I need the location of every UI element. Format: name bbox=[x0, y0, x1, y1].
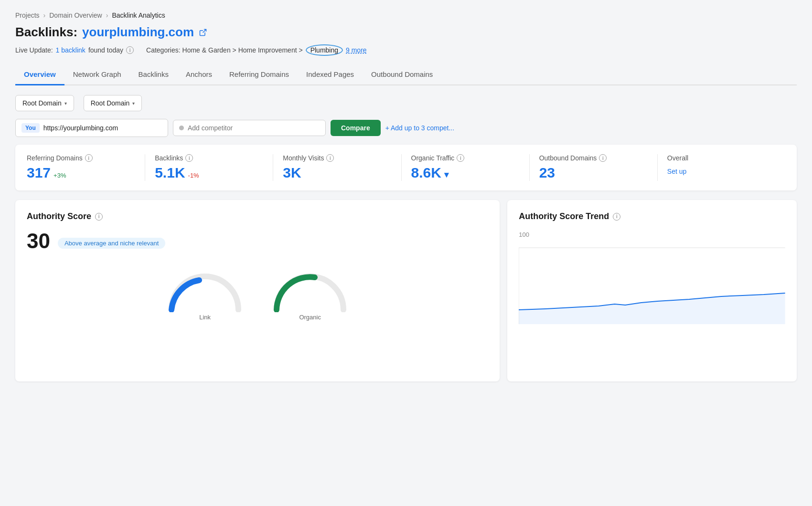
breadcrumb-domain-overview[interactable]: Domain Overview bbox=[49, 11, 102, 19]
chevron-down-icon-2: ▾ bbox=[132, 101, 135, 106]
compare-button[interactable]: Compare bbox=[331, 120, 381, 136]
organic-traffic-dropdown-icon[interactable]: ▾ bbox=[444, 169, 449, 180]
metric-overall-label: Overall bbox=[667, 154, 688, 162]
tab-network-graph[interactable]: Network Graph bbox=[64, 65, 130, 85]
domain-name: yourplumbing.com bbox=[82, 25, 194, 40]
metric-organic-traffic: Organic Traffic i 8.6K ▾ bbox=[402, 154, 530, 181]
page-title-row: Backlinks: yourplumbing.com bbox=[15, 25, 797, 40]
metric-overall: Overall Set up bbox=[658, 154, 785, 181]
more-categories-link[interactable]: 9 more bbox=[346, 46, 367, 54]
breadcrumb: Projects › Domain Overview › Backlink An… bbox=[15, 11, 797, 19]
tab-anchors[interactable]: Anchors bbox=[177, 65, 221, 85]
filter1-label: Root Domain bbox=[22, 99, 62, 107]
metric-referring-domains-label: Referring Domains bbox=[27, 154, 83, 162]
trend-chart-area bbox=[519, 243, 785, 338]
plumbing-category[interactable]: Plumbing bbox=[306, 44, 343, 56]
your-url-input-wrapper: You bbox=[15, 119, 168, 137]
trend-panel-info-icon[interactable]: i bbox=[613, 213, 620, 221]
external-link-icon[interactable] bbox=[199, 28, 207, 37]
metric-referring-domains-info[interactable]: i bbox=[85, 154, 93, 162]
metric-outbound-domains: Outbound Domains i 23 bbox=[530, 154, 658, 181]
chevron-down-icon-1: ▾ bbox=[64, 101, 67, 106]
metric-organic-traffic-info[interactable]: i bbox=[457, 154, 464, 162]
tab-outbound-domains[interactable]: Outbound Domains bbox=[363, 65, 441, 85]
metric-backlinks: Backlinks i 5.1K -1% bbox=[145, 154, 273, 181]
competitor-input-wrapper bbox=[173, 120, 326, 136]
page-container: Projects › Domain Overview › Backlink An… bbox=[0, 0, 812, 506]
svg-point-1 bbox=[312, 275, 317, 280]
trend-y-label: 100 bbox=[519, 231, 785, 238]
svg-marker-4 bbox=[519, 293, 785, 324]
metric-monthly-visits-label: Monthly Visits bbox=[283, 154, 324, 162]
gray-dot-icon bbox=[179, 126, 184, 130]
tab-backlinks[interactable]: Backlinks bbox=[130, 65, 177, 85]
authority-score-panel: Authority Score i 30 Above average and n… bbox=[15, 200, 500, 381]
you-badge: You bbox=[21, 123, 40, 133]
metric-outbound-domains-label: Outbound Domains bbox=[539, 154, 597, 162]
trend-panel-title: Authority Score Trend i bbox=[519, 211, 785, 221]
metric-monthly-visits-value: 3K bbox=[283, 165, 301, 181]
url-inputs-row: You Compare + Add up to 3 compet... bbox=[15, 119, 797, 137]
add-competitor-link[interactable]: + Add up to 3 compet... bbox=[385, 124, 454, 132]
authority-score-badge: Above average and niche relevant bbox=[58, 238, 165, 249]
live-update-count[interactable]: 1 backlink bbox=[56, 46, 85, 54]
metric-referring-domains-change: +3% bbox=[53, 172, 66, 179]
metric-referring-domains: Referring Domains i 317 +3% bbox=[27, 154, 145, 181]
authority-score-info-icon[interactable]: i bbox=[95, 213, 103, 221]
tab-overview[interactable]: Overview bbox=[15, 65, 64, 85]
gauge-link-label: Link bbox=[167, 314, 243, 321]
filter-dropdown-1[interactable]: Root Domain ▾ bbox=[15, 95, 74, 111]
metric-backlinks-value: 5.1K bbox=[155, 165, 185, 181]
filter-row: Root Domain ▾ Root Domain ▾ bbox=[15, 95, 797, 111]
breadcrumb-sep-2: › bbox=[106, 11, 108, 19]
tab-referring-domains[interactable]: Referring Domains bbox=[221, 65, 298, 85]
authority-score-trend-panel: Authority Score Trend i 100 bbox=[507, 200, 797, 381]
metrics-strip: Referring Domains i 317 +3% Backlinks i … bbox=[15, 145, 797, 190]
breadcrumb-sep-1: › bbox=[43, 11, 46, 19]
gauge-area: Link Organic bbox=[27, 264, 488, 321]
metric-outbound-domains-value: 23 bbox=[539, 165, 555, 181]
metric-organic-traffic-label: Organic Traffic bbox=[411, 154, 455, 162]
filter2-label: Root Domain bbox=[91, 99, 130, 107]
competitor-input[interactable] bbox=[188, 124, 302, 132]
tab-indexed-pages[interactable]: Indexed Pages bbox=[298, 65, 363, 85]
gauge-organic: Organic bbox=[272, 264, 348, 321]
bottom-panels: Authority Score i 30 Above average and n… bbox=[15, 200, 797, 381]
metric-backlinks-info[interactable]: i bbox=[185, 154, 193, 162]
live-update-bar: Live Update: 1 backlink found today i Ca… bbox=[15, 44, 797, 56]
metric-organic-traffic-value: 8.6K bbox=[411, 165, 441, 181]
metric-outbound-domains-info[interactable]: i bbox=[599, 154, 607, 162]
authority-score-title: Authority Score i bbox=[27, 211, 488, 221]
metric-referring-domains-value: 317 bbox=[27, 165, 51, 181]
your-url-input[interactable] bbox=[43, 124, 158, 132]
svg-point-0 bbox=[197, 278, 202, 283]
breadcrumb-backlink-analytics: Backlink Analytics bbox=[112, 11, 165, 19]
gauge-link: Link bbox=[167, 264, 243, 321]
breadcrumb-projects[interactable]: Projects bbox=[15, 11, 40, 19]
metric-monthly-visits-info[interactable]: i bbox=[326, 154, 334, 162]
metric-backlinks-change: -1% bbox=[188, 172, 199, 179]
metric-backlinks-label: Backlinks bbox=[155, 154, 183, 162]
metric-overall-setup[interactable]: Set up bbox=[667, 164, 686, 175]
live-update-suffix: found today bbox=[88, 46, 123, 54]
live-update-info-icon[interactable]: i bbox=[126, 46, 134, 54]
page-title-prefix: Backlinks: bbox=[15, 25, 77, 40]
authority-score-value: 30 bbox=[27, 229, 50, 253]
live-update-prefix: Live Update: bbox=[15, 46, 53, 54]
gauge-organic-label: Organic bbox=[272, 314, 348, 321]
nav-tabs: Overview Network Graph Backlinks Anchors… bbox=[15, 65, 797, 85]
filter-dropdown-2[interactable]: Root Domain ▾ bbox=[84, 95, 142, 111]
metric-monthly-visits: Monthly Visits i 3K bbox=[273, 154, 401, 181]
categories-text: Categories: Home & Garden > Home Improve… bbox=[146, 46, 303, 54]
